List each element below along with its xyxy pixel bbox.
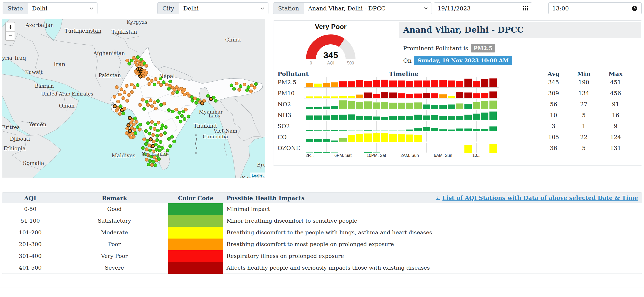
station-marker[interactable]: [139, 75, 142, 78]
station-marker[interactable]: [230, 84, 233, 87]
station-marker[interactable]: [136, 56, 140, 59]
station-marker[interactable]: [141, 98, 145, 102]
station-marker[interactable]: [146, 77, 150, 81]
station-marker[interactable]: [133, 128, 136, 132]
station-marker[interactable]: [152, 140, 156, 143]
station-marker[interactable]: [148, 82, 151, 86]
station-marker[interactable]: [161, 146, 164, 150]
station-marker[interactable]: [150, 120, 154, 124]
date-input[interactable]: 19/11/2023: [434, 2, 532, 14]
station-marker[interactable]: [154, 107, 158, 110]
station-marker[interactable]: [175, 108, 178, 111]
station-marker[interactable]: [147, 163, 150, 166]
station-marker[interactable]: [163, 132, 167, 135]
station-marker[interactable]: [247, 86, 250, 89]
station-marker[interactable]: [173, 140, 176, 143]
station-marker[interactable]: [151, 145, 155, 148]
station-marker[interactable]: [195, 101, 198, 105]
station-marker[interactable]: [159, 140, 162, 144]
station-marker[interactable]: [146, 122, 150, 125]
station-marker[interactable]: [118, 112, 122, 116]
station-marker[interactable]: [183, 93, 186, 96]
station-marker[interactable]: [153, 83, 156, 86]
station-marker[interactable]: [161, 124, 164, 127]
station-marker[interactable]: [154, 78, 157, 81]
station-marker[interactable]: [183, 88, 186, 92]
station-marker[interactable]: [156, 134, 159, 138]
station-marker[interactable]: [123, 107, 126, 111]
station-marker[interactable]: [184, 108, 188, 111]
station-marker[interactable]: [152, 160, 155, 164]
station-marker[interactable]: [145, 71, 148, 74]
station-marker[interactable]: [139, 103, 142, 107]
station-marker[interactable]: [141, 146, 145, 150]
station-marker[interactable]: [145, 100, 149, 104]
station-marker[interactable]: [113, 95, 116, 99]
station-marker[interactable]: [157, 145, 161, 148]
station-marker[interactable]: [212, 96, 216, 99]
station-marker[interactable]: [178, 111, 181, 115]
station-marker[interactable]: [126, 99, 129, 103]
station-marker[interactable]: [128, 129, 132, 133]
station-marker[interactable]: [157, 81, 160, 84]
station-marker[interactable]: [130, 91, 134, 94]
station-select[interactable]: Anand Vihar, Delhi - DPCC: [304, 2, 432, 14]
station-marker[interactable]: [170, 135, 174, 139]
station-marker[interactable]: [180, 114, 184, 118]
station-marker[interactable]: [171, 92, 175, 95]
station-marker[interactable]: [254, 82, 258, 86]
station-marker[interactable]: [149, 138, 152, 141]
station-marker[interactable]: [165, 83, 169, 86]
station-marker[interactable]: [156, 139, 159, 142]
station-marker[interactable]: [132, 135, 136, 139]
station-marker[interactable]: [116, 100, 120, 103]
station-marker[interactable]: [154, 123, 157, 126]
city-select[interactable]: Delhi: [179, 2, 268, 14]
station-marker[interactable]: [232, 87, 236, 91]
station-marker[interactable]: [157, 121, 160, 124]
station-marker[interactable]: [250, 84, 254, 87]
station-marker[interactable]: [125, 84, 128, 88]
station-marker[interactable]: [136, 64, 139, 67]
station-marker[interactable]: [118, 93, 122, 96]
station-marker[interactable]: [138, 128, 142, 132]
station-marker[interactable]: [171, 110, 175, 113]
time-input[interactable]: 13:00: [548, 2, 642, 14]
station-marker[interactable]: [193, 97, 197, 100]
station-marker[interactable]: [132, 56, 136, 60]
station-marker[interactable]: [179, 120, 182, 123]
station-marker[interactable]: [249, 90, 253, 93]
station-marker[interactable]: [239, 85, 242, 88]
station-marker[interactable]: [135, 120, 138, 124]
station-marker[interactable]: [160, 84, 163, 87]
state-select[interactable]: Delhi: [28, 2, 97, 14]
station-marker[interactable]: [122, 112, 125, 115]
station-marker[interactable]: [154, 164, 157, 167]
station-marker[interactable]: [152, 133, 155, 137]
station-marker[interactable]: [122, 97, 125, 100]
station-marker[interactable]: [125, 132, 128, 135]
station-marker[interactable]: [128, 62, 131, 66]
station-marker[interactable]: [133, 117, 137, 120]
station-marker[interactable]: [149, 99, 152, 102]
station-marker[interactable]: [134, 132, 137, 135]
station-marker[interactable]: [156, 99, 160, 103]
station-marker[interactable]: [150, 163, 154, 167]
station-marker[interactable]: [153, 127, 156, 131]
station-marker[interactable]: [136, 84, 139, 87]
station-marker[interactable]: [169, 145, 172, 148]
station-marker[interactable]: [145, 64, 148, 68]
station-marker[interactable]: [148, 144, 151, 147]
station-marker[interactable]: [160, 103, 163, 107]
station-marker[interactable]: [126, 59, 129, 62]
station-marker[interactable]: [167, 137, 171, 141]
leaflet-link[interactable]: Leaflet: [252, 173, 263, 177]
station-marker[interactable]: [243, 83, 246, 86]
station-marker[interactable]: [127, 124, 130, 127]
station-marker[interactable]: [180, 87, 183, 91]
station-marker[interactable]: [120, 88, 123, 91]
station-marker[interactable]: [134, 70, 138, 73]
station-marker[interactable]: [133, 86, 136, 89]
station-marker[interactable]: [148, 132, 151, 135]
station-marker[interactable]: [115, 109, 119, 112]
